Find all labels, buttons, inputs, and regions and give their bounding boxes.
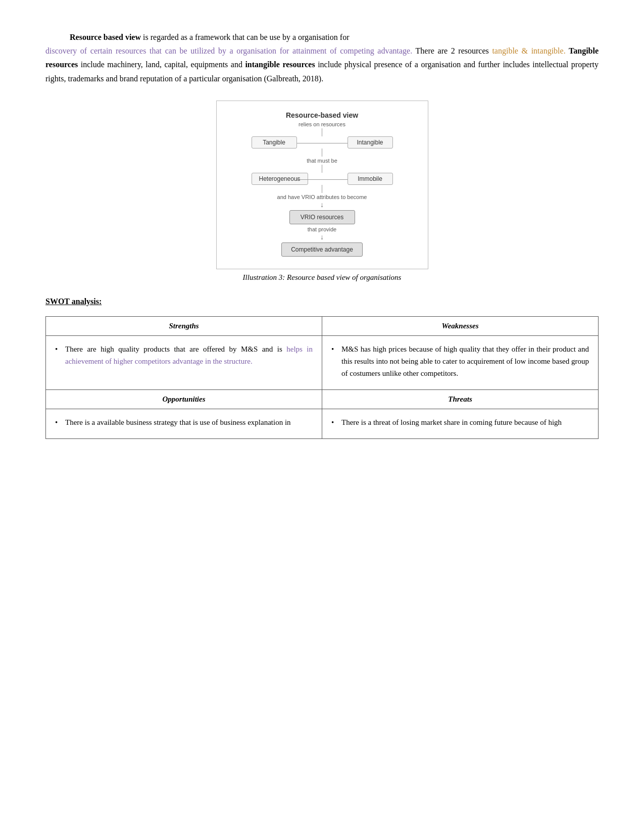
- diagram-box-immobile: Immobile: [348, 173, 393, 185]
- strengths-cell: There are high quality products that are…: [46, 335, 322, 389]
- rbv-bold: Resource based view: [70, 33, 141, 41]
- swot-table: Strengths Weaknesses There are high qual…: [45, 316, 599, 439]
- weaknesses-item-1: M&S has high prices because of high qual…: [331, 343, 589, 379]
- diagram-title: Resource-based view: [232, 111, 413, 119]
- rbv-diagram: Resource-based view relies on resources …: [216, 101, 428, 269]
- threats-item-1: There is a threat of losing market share…: [331, 416, 589, 428]
- paragraph-1: Resource based view is regarded as a fra…: [45, 30, 599, 85]
- strengths-item-1: There are high quality products that are…: [55, 343, 313, 367]
- diagram-box-hetero: Heterogeneous: [252, 173, 308, 185]
- diagram-box-competitive: Competitive advantage: [281, 242, 363, 257]
- diagram-branch-2: Heterogeneous Immobile: [232, 173, 413, 185]
- opportunities-cell: There is a available business strategy t…: [46, 409, 322, 438]
- intangible-bold: intangible resources: [245, 60, 315, 69]
- tangible-rest: include machinery, land, capital, equipm…: [78, 60, 242, 69]
- diagram-branch-1: Tangible Intangible: [232, 136, 413, 149]
- weaknesses-cell: M&S has high prices because of high qual…: [322, 335, 599, 389]
- orange-text: tangible & intangible.: [492, 46, 565, 55]
- threats-cell: There is a threat of losing market share…: [322, 409, 599, 438]
- diagram-line4: that provide: [232, 226, 413, 232]
- opportunities-header: Opportunities: [46, 389, 322, 409]
- opportunities-item-1: There is a available business strategy t…: [55, 416, 313, 428]
- weaknesses-header: Weaknesses: [322, 316, 599, 335]
- diagram-box-intangible: Intangible: [348, 136, 393, 149]
- strengths-text-black: There are high quality products that are…: [65, 345, 286, 353]
- threats-header: Threats: [322, 389, 599, 409]
- purple-text: discovery of certain resources that can …: [45, 46, 412, 55]
- diagram-box-vrio: VRIO resources: [289, 210, 355, 224]
- diagram-line1: relies on resources: [232, 121, 413, 127]
- diagram-line2: that must be: [232, 158, 413, 164]
- diagram-box-tangible: Tangible: [252, 136, 297, 149]
- intro-rest: is regarded as a framework that can be u…: [141, 33, 349, 41]
- middle-text: There are 2 resources: [416, 46, 492, 55]
- swot-heading: SWOT analysis:: [45, 297, 599, 306]
- strengths-header: Strengths: [46, 316, 322, 335]
- diagram-container: Resource-based view relies on resources …: [45, 101, 599, 282]
- diagram-arrow-2: ↓: [232, 233, 413, 240]
- diagram-line3: and have VRIO attributes to become: [232, 194, 413, 200]
- diagram-caption: Illustration 3: Resource based view of o…: [243, 273, 402, 282]
- diagram-arrow-1: ↓: [232, 201, 413, 208]
